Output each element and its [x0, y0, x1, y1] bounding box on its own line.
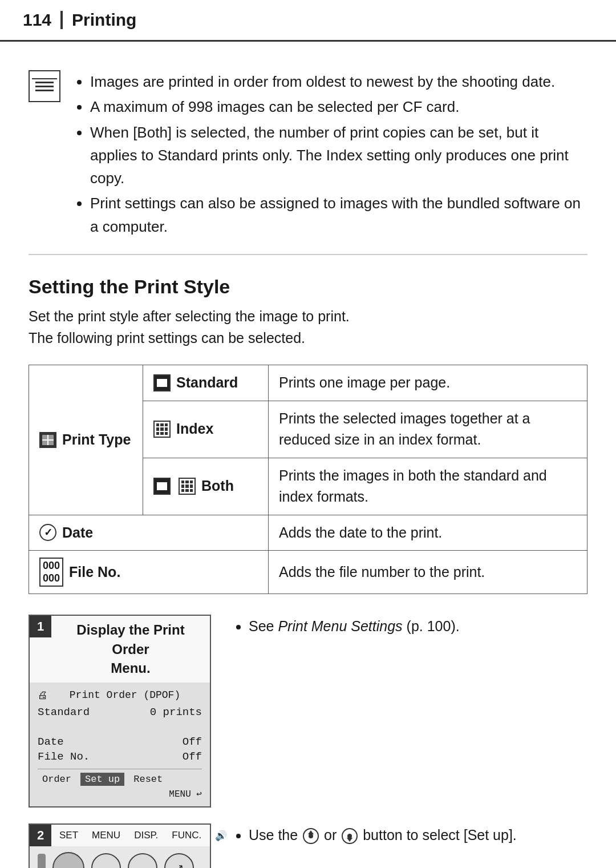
- print-type-text: Print Type: [62, 429, 131, 451]
- main-content: Images are printed in order from oldest …: [0, 42, 616, 868]
- step-2-notes: Use the or button to select [Set up].: [232, 823, 587, 854]
- date-desc: Adds the date to the print.: [279, 524, 442, 540]
- table-row-fileno: 000000 File No. Adds the file number to …: [29, 551, 587, 594]
- section-intro: Set the print style after selecting the …: [29, 306, 587, 349]
- table-row-date: Date Adds the date to the print.: [29, 515, 587, 551]
- page-header: 114 Printing: [0, 0, 616, 42]
- both-desc: Prints the images in both the standard a…: [279, 467, 547, 505]
- standard-desc: Prints one image per page.: [279, 374, 450, 390]
- screen-row-date: Date Off: [38, 736, 202, 748]
- note-item-2: A maximum of 998 images can be selected …: [90, 95, 587, 118]
- cam-disp-button[interactable]: [128, 853, 157, 868]
- dial-up-icon: [303, 828, 319, 844]
- screen-title-bar: 🖨 Print Order (DPOF): [38, 689, 202, 701]
- date-label-cell: Date: [29, 515, 269, 551]
- screen-menu-label: MENU ↩: [38, 788, 202, 800]
- btn-label-disp: DISP.: [134, 830, 158, 841]
- camera-buttons-row: ↗: [30, 846, 210, 868]
- screen-row-standard: Standard 0 prints: [38, 706, 202, 718]
- index-icon: [153, 421, 171, 438]
- step-2-note-1: Use the or button to select [Set up].: [249, 823, 587, 846]
- index-desc: Prints the selected images together at a…: [279, 410, 530, 448]
- screen-label-standard: Standard: [38, 706, 90, 718]
- date-icon: [39, 524, 56, 541]
- note-lines-icon: [32, 76, 57, 97]
- dial-down-icon: [342, 828, 358, 844]
- screen-label-fileno: File No.: [38, 750, 90, 763]
- cam-func-icon: ↗: [175, 862, 184, 868]
- print-type-icon-grid: [42, 435, 54, 445]
- step-1-screen: 🖨 Print Order (DPOF) Standard 0 prints D…: [30, 683, 210, 806]
- fileno-desc: Adds the file number to the print.: [279, 564, 485, 580]
- screen-title: Print Order (DPOF): [70, 689, 180, 701]
- step-1-title: Display the Print OrderMenu.: [51, 616, 210, 683]
- both-label: Both: [201, 475, 234, 497]
- screen-row-blank: [38, 721, 202, 733]
- note-list: Images are printed in order from oldest …: [74, 70, 587, 238]
- screen-val-fileno: Off: [183, 750, 202, 763]
- btn-label-menu: MENU: [92, 830, 120, 841]
- fileno-label: 000000 File No.: [39, 558, 258, 587]
- settings-table: Print Type Standard Prints one image per…: [29, 365, 587, 594]
- screen-label-date: Date: [38, 736, 64, 748]
- date-text: Date: [62, 522, 93, 544]
- step-2-header: 2 SET MENU DISP. FUNC. 🔊: [30, 825, 210, 846]
- screen-btn-order: Order: [38, 773, 76, 786]
- screen-printer-icon: 🖨: [38, 689, 48, 701]
- note-item-3: When [Both] is selected, the number of p…: [90, 121, 587, 190]
- header-divider: [60, 11, 63, 29]
- step-1-note-list: See Print Menu Settings (p. 100).: [232, 615, 587, 637]
- standard-option-cell: Standard: [143, 365, 269, 401]
- both-option: Both: [153, 475, 258, 497]
- standard-label: Standard: [176, 372, 238, 394]
- screen-row-fileno: File No. Off: [38, 750, 202, 763]
- index-desc-cell: Prints the selected images together at a…: [269, 401, 587, 458]
- note-box: Images are printed in order from oldest …: [29, 59, 587, 255]
- standard-desc-cell: Prints one image per page.: [269, 365, 587, 401]
- cam-set-button[interactable]: [52, 852, 84, 868]
- print-type-icon-main: [39, 432, 56, 448]
- standard-option: Standard: [153, 372, 258, 394]
- steps-section: 1 Display the Print OrderMenu. 🖨 Print O…: [29, 615, 587, 868]
- note-item-1: Images are printed in order from oldest …: [90, 70, 587, 93]
- step-2-note-list: Use the or button to select [Set up].: [232, 823, 587, 846]
- both-std-icon: [153, 478, 171, 495]
- fileno-text: File No.: [69, 562, 120, 583]
- header-title: Printing: [72, 10, 136, 30]
- camera-grip: [38, 854, 46, 868]
- intro-line1: Set the print style after selecting the …: [29, 308, 350, 324]
- screen-bottom-bar: Order Set up Reset: [38, 769, 202, 786]
- both-std-inner: [157, 482, 167, 490]
- step-2-box: 2 SET MENU DISP. FUNC. 🔊 ↗: [29, 823, 211, 868]
- step-1-row: 1 Display the Print OrderMenu. 🖨 Print O…: [29, 615, 587, 808]
- print-type-cell: Print Type: [29, 365, 143, 515]
- cam-func-button[interactable]: ↗: [164, 853, 194, 868]
- note-content: Images are printed in order from oldest …: [74, 70, 587, 240]
- date-label: Date: [39, 522, 258, 544]
- btn-label-set: SET: [59, 830, 78, 841]
- index-option-cell: Index: [143, 401, 269, 458]
- note-icon: [29, 70, 60, 102]
- intro-line2: The following print settings can be sele…: [29, 330, 305, 346]
- step-2-row: 2 SET MENU DISP. FUNC. 🔊 ↗: [29, 823, 587, 868]
- cam-menu-button[interactable]: [91, 853, 121, 868]
- standard-icon: [153, 374, 171, 391]
- step-2-number: 2: [30, 825, 51, 846]
- btn-label-func: FUNC.: [172, 830, 201, 841]
- step-1-number: 1: [30, 616, 51, 637]
- print-type-label: Print Type: [39, 429, 132, 451]
- step-1-box: 1 Display the Print OrderMenu. 🖨 Print O…: [29, 615, 211, 808]
- screen-val-date: Off: [183, 736, 202, 748]
- fileno-desc-cell: Adds the file number to the print.: [269, 551, 587, 594]
- print-type-icon: [39, 432, 56, 448]
- screen-val-standard: 0 prints: [150, 706, 202, 718]
- table-row-standard: Print Type Standard Prints one image per…: [29, 365, 587, 401]
- index-label: Index: [176, 418, 213, 440]
- page-number: 114: [23, 10, 51, 30]
- step-1-note-1: See Print Menu Settings (p. 100).: [249, 615, 587, 637]
- section-heading: Setting the Print Style: [29, 276, 587, 298]
- step-1-notes: See Print Menu Settings (p. 100).: [232, 615, 587, 645]
- btn-label-icon: 🔊: [215, 830, 227, 842]
- both-option-cell: Both: [143, 458, 269, 515]
- index-option: Index: [153, 418, 258, 440]
